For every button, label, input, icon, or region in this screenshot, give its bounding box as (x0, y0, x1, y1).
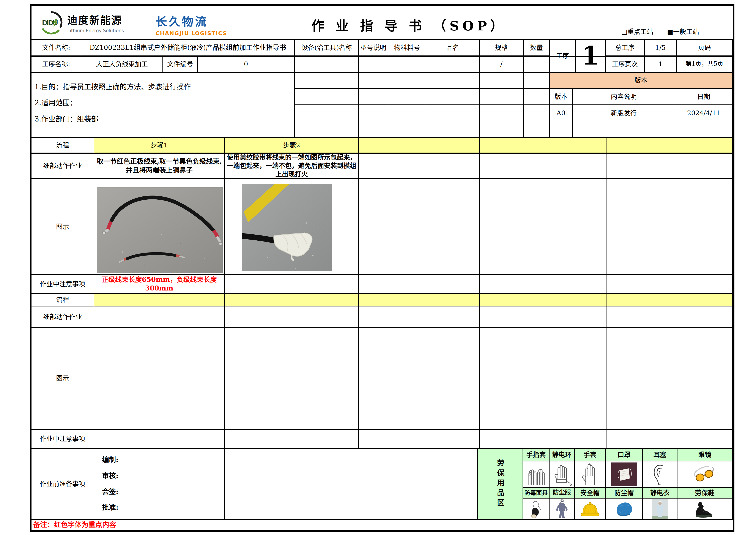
image-label-2: 图示 (32, 327, 94, 430)
image-label-1: 图示 (32, 179, 94, 275)
flow-label-1: 流程 (32, 138, 94, 153)
divider (32, 429, 733, 430)
empty-cell (359, 138, 480, 153)
spec-value: / (480, 56, 524, 72)
empty-cell (480, 179, 607, 275)
footer-note: 备注：红色字体为重点内容 (32, 520, 733, 530)
flow-label-2: 流程 (32, 294, 94, 306)
purpose-line-2: 2.适用范围： (35, 99, 77, 108)
didu-logo-icon: DIDU (39, 10, 64, 35)
purpose-line-3: 3.作业部门：组装部 (35, 115, 98, 124)
model-label: 型号说明 (359, 40, 388, 56)
changjiu-logo: 长久物流 CHANGJIU LOGISTICS (155, 13, 227, 37)
empty-cell (359, 105, 388, 121)
product-label: 品名 (426, 40, 480, 56)
image-cell-step2 (225, 179, 359, 275)
empty-cell (359, 89, 388, 105)
sig-review-label[interactable]: 审核: (102, 471, 119, 480)
divider (32, 519, 733, 520)
empty-cell (388, 56, 426, 72)
empty-cell (388, 105, 426, 121)
ppe-label-esd-garment: 静电衣 (643, 488, 677, 498)
total-process-value: 1/5 (645, 40, 677, 56)
ppe-label-gas-mask: 防毒面具 (523, 488, 550, 498)
empty-cell (359, 56, 388, 72)
didu-logo: DIDU 迪度新能源 Lithium Energy Solutions (39, 10, 124, 35)
empty-cell (225, 327, 359, 430)
key-station-checkbox[interactable]: □重点工站 (621, 26, 653, 36)
empty-cell (295, 72, 359, 89)
didu-logo-text: 迪度新能源 (67, 12, 124, 27)
safety-helmet-icon (575, 498, 606, 520)
total-process-label: 总工序 (606, 40, 645, 56)
empty-cell (426, 105, 480, 121)
empty-cell (524, 56, 550, 72)
empty-cell (225, 275, 359, 294)
purpose-block: 1.目的：指导员工按照正确的方法、步骤进行操作 2.适用范围： 3.作业部门：组… (32, 72, 295, 138)
empty-cell (359, 72, 388, 89)
empty-cell (480, 275, 607, 294)
doc-name-label: 文件名称: (32, 40, 81, 56)
empty-cell (225, 306, 359, 327)
gas-mask-icon (523, 498, 550, 520)
page-title: 作 业 指 导 书 （SOP） (280, 15, 539, 34)
empty-cell (675, 121, 733, 138)
changjiu-logo-subtext: CHANGJIU LOGISTICS (155, 30, 227, 37)
empty-cell (607, 327, 733, 430)
empty-cell (607, 306, 733, 327)
version-date-label: 日期 (675, 89, 733, 105)
empty-cell (388, 72, 426, 89)
dust-cap-icon (606, 498, 643, 520)
cable-photo (97, 187, 223, 273)
empty-cell (524, 105, 550, 121)
empty-cell (607, 138, 733, 153)
station-type-选择: □重点工站 ■一般工站 (621, 26, 699, 36)
empty-cell (94, 327, 225, 430)
taped-cable-photo (242, 184, 332, 271)
sig-approve-label[interactable]: 批准: (102, 503, 119, 512)
sop-sheet: DIDU 迪度新能源 Lithium Energy Solutions 长久物流… (30, 4, 734, 532)
qty-label: 数量 (524, 40, 550, 56)
image-cell-step1 (94, 179, 225, 275)
empty-cell (550, 121, 573, 138)
version-col-label: 版本 (550, 89, 573, 105)
empty-cell (480, 153, 607, 179)
empty-cell (524, 121, 550, 138)
ppe-label-goggles: 眼镜 (677, 448, 733, 462)
divider (32, 153, 733, 154)
version-rev-date: 2024/4/11 (675, 105, 733, 121)
doc-no-label: 文件编号 (163, 56, 198, 72)
dust-suit-icon (550, 498, 575, 520)
purpose-line-1: 1.目的：指导员工按照正确的方法、步骤进行操作 (35, 82, 191, 92)
ppe-label-finger-cots: 手指套 (523, 448, 550, 462)
empty-cell (480, 121, 524, 138)
sig-draft-label[interactable]: 编制: (102, 455, 119, 465)
page-value: 第1页，共5页 (677, 56, 733, 72)
sig-countersign-label[interactable]: 会签: (102, 487, 119, 496)
empty-cell (225, 448, 478, 520)
signature-block: 编制: 审核: 会签: 批准: (94, 448, 225, 520)
general-station-checkbox[interactable]: ■一般工站 (667, 26, 699, 36)
empty-cell (480, 430, 607, 448)
empty-cell (480, 72, 524, 89)
empty-cell (295, 89, 359, 105)
divider (32, 293, 733, 294)
caution-text-1: 正级线束长度650mm，负级线束长度300mm (94, 275, 225, 294)
ppe-label-gloves: 手套 (575, 448, 606, 462)
empty-cell (607, 275, 733, 294)
divider (32, 39, 733, 40)
empty-cell (359, 306, 480, 327)
empty-cell (295, 56, 359, 72)
empty-cell (359, 430, 480, 448)
ppe-label-dust-cap: 防尘帽 (606, 488, 643, 498)
ppe-area-label: 劳保用品区 (478, 448, 523, 520)
version-rev: A0 (550, 105, 573, 121)
safety-shoes-icon (677, 498, 733, 520)
process-page-label: 工序页次 (606, 56, 645, 72)
divider (32, 56, 733, 57)
divider (32, 448, 733, 449)
caution-label-2: 作业中注意事项 (32, 430, 94, 448)
empty-cell (607, 153, 733, 179)
empty-cell (388, 89, 426, 105)
material-label: 物料料号 (388, 40, 426, 56)
